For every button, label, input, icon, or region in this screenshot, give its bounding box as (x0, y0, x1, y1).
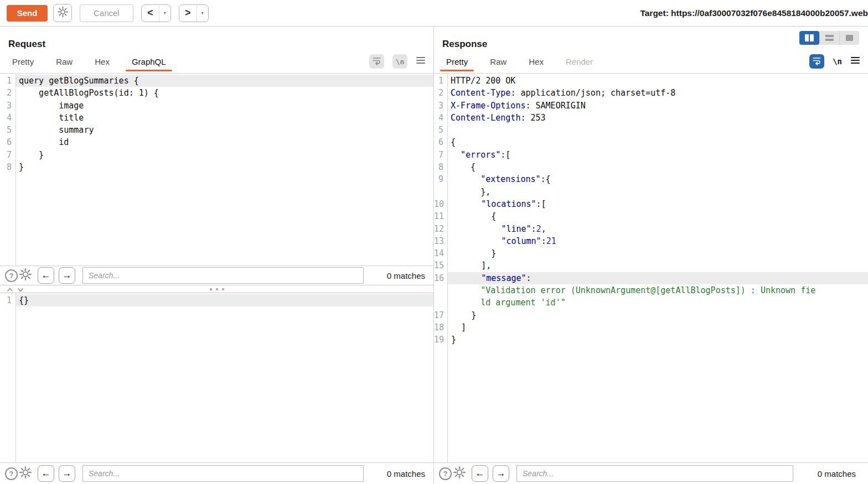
search-prev-button[interactable]: ← (38, 267, 54, 284)
search-settings-button[interactable] (19, 466, 32, 481)
tab-response-raw[interactable]: Raw (489, 57, 508, 73)
tab-response-render[interactable]: Render (565, 57, 594, 73)
search-help-icon[interactable]: ? (439, 467, 452, 480)
code-line[interactable]: 5 (434, 124, 868, 136)
code-line-text: query getBlogSummaries { (16, 75, 433, 87)
tab-request-pretty[interactable]: Pretty (11, 57, 35, 73)
request-editor[interactable]: 1query getBlogSummaries {2 getAllBlogPos… (0, 74, 433, 266)
history-forward-button[interactable]: > (179, 5, 197, 22)
code-line[interactable]: 6 id (0, 136, 433, 148)
code-line[interactable]: }, (434, 186, 868, 198)
line-number: 5 (434, 124, 447, 136)
code-line[interactable]: 13 "column":21 (434, 235, 868, 247)
search-prev-button[interactable]: ← (38, 465, 54, 482)
columns-layout-icon (805, 34, 809, 41)
code-line[interactable]: 7 } (0, 149, 433, 161)
send-settings-button[interactable] (53, 4, 72, 22)
search-help-icon[interactable]: ? (5, 269, 18, 282)
code-line[interactable]: 1query getBlogSummaries { (0, 75, 433, 87)
search-prev-button[interactable]: ← (472, 465, 488, 482)
line-number: 4 (434, 112, 447, 124)
code-line[interactable]: 5 summary (0, 124, 433, 136)
search-help-icon[interactable]: ? (5, 467, 18, 480)
code-line[interactable]: 2 getAllBlogPosts(id: 1) { (0, 87, 433, 99)
search-next-button[interactable]: → (59, 267, 75, 284)
code-line[interactable]: 1{} (0, 294, 433, 306)
arrow-right-icon: → (497, 468, 506, 479)
caret-down-icon: ▾ (164, 11, 166, 15)
history-back-button[interactable]: < (142, 5, 159, 22)
code-line[interactable]: 14 } (434, 247, 868, 259)
layout-single-button[interactable] (839, 31, 859, 45)
tab-request-hex[interactable]: Hex (94, 57, 111, 73)
code-line[interactable]: 3X-Frame-Options: SAMEORIGIN (434, 100, 868, 112)
line-number: 11 (434, 210, 448, 222)
search-input[interactable] (516, 465, 793, 482)
search-matches-count: 0 matches (818, 469, 856, 478)
history-forward-dropdown[interactable]: ▾ (197, 5, 208, 22)
code-line[interactable]: 7 "errors":[ (434, 149, 868, 161)
wrap-lines-button[interactable] (369, 54, 384, 69)
code-line[interactable]: 17 } (434, 309, 868, 321)
code-line[interactable]: 10 "locations":[ (434, 198, 868, 210)
rows-layout-icon (825, 35, 834, 41)
code-line[interactable]: 15 ], (434, 259, 868, 272)
code-line[interactable]: 18 ] (434, 321, 868, 334)
tab-response-pretty[interactable]: Pretty (445, 57, 469, 73)
cancel-button[interactable]: Cancel (80, 4, 133, 22)
target-info: Target: https://0af30007032f076e84581840… (640, 8, 868, 18)
code-line-text: } (16, 149, 433, 161)
code-line[interactable]: "Validation error (UnknownArgument@[getA… (434, 284, 868, 296)
search-input[interactable] (82, 267, 364, 284)
show-newlines-button[interactable]: \n (392, 54, 407, 69)
tab-response-hex[interactable]: Hex (528, 57, 545, 73)
show-newlines-button[interactable]: \n (833, 56, 842, 66)
code-line[interactable]: 8} (0, 161, 433, 173)
gear-icon (19, 268, 32, 283)
target-url: https://0af30007032f076e8458184000b20057… (671, 8, 868, 18)
code-line[interactable]: 4 title (0, 112, 433, 124)
code-line[interactable]: 4Content-Length: 253 (434, 112, 868, 124)
code-line[interactable]: 19} (434, 334, 868, 346)
search-settings-button[interactable] (453, 466, 466, 481)
code-line[interactable]: 3 image (0, 100, 433, 112)
history-forward-split-button[interactable]: > ▾ (179, 4, 209, 22)
code-line-text: "errors":[ (447, 149, 868, 161)
code-line-text: Content-Type: application/json; charset=… (447, 87, 868, 99)
newline-icon: \n (396, 58, 405, 66)
response-editor[interactable]: 1HTTP/2 200 OK2Content-Type: application… (434, 74, 868, 462)
send-button[interactable]: Send (7, 5, 48, 22)
graphql-variables-editor[interactable]: 1{} (0, 293, 433, 462)
search-next-button[interactable]: → (59, 465, 75, 482)
code-line[interactable]: 11 { (434, 210, 868, 222)
history-back-split-button[interactable]: < ▾ (141, 4, 171, 22)
variables-splitter[interactable] (0, 285, 433, 293)
single-layout-icon (846, 35, 853, 41)
search-matches-count: 0 matches (387, 469, 425, 478)
code-line[interactable]: 16 "message": (434, 272, 868, 284)
line-number (434, 296, 447, 309)
line-number: 6 (0, 136, 16, 148)
code-line[interactable]: 2Content-Type: application/json; charset… (434, 87, 868, 99)
tab-request-graphql[interactable]: GraphQL (131, 57, 167, 73)
search-next-button[interactable]: → (493, 465, 509, 482)
code-line[interactable]: 6{ (434, 136, 868, 148)
tab-request-raw[interactable]: Raw (55, 57, 74, 73)
code-line[interactable]: ld argument 'id'" (434, 296, 868, 309)
history-back-dropdown[interactable]: ▾ (159, 5, 170, 22)
code-line[interactable]: 12 "line":2, (434, 223, 868, 235)
editor-menu-button[interactable] (416, 56, 426, 67)
line-number: 8 (0, 161, 16, 173)
line-number: 1 (0, 75, 16, 87)
code-line[interactable]: 8 { (434, 161, 868, 173)
code-line-text: ] (448, 321, 868, 334)
search-settings-button[interactable] (19, 268, 32, 283)
search-input[interactable] (82, 465, 364, 482)
wrap-lines-button[interactable] (809, 54, 824, 69)
top-toolbar: Send Cancel < ▾ > ▾ Target: (0, 0, 868, 27)
layout-columns-button[interactable] (799, 31, 819, 45)
code-line[interactable]: 1HTTP/2 200 OK (434, 75, 868, 87)
layout-rows-button[interactable] (819, 31, 839, 45)
code-line[interactable]: 9 "extensions":{ (434, 173, 868, 185)
editor-menu-button[interactable] (850, 56, 860, 67)
